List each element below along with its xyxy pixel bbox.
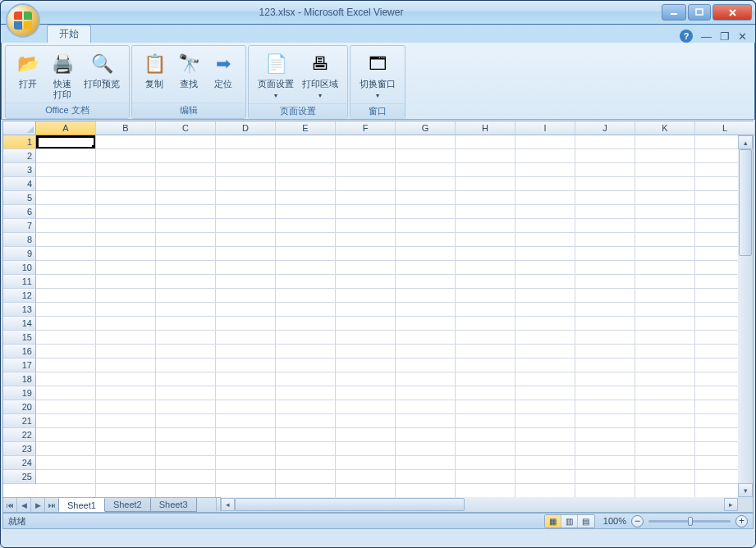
row-header[interactable]: 20	[3, 400, 36, 414]
row-header[interactable]: 15	[3, 331, 36, 345]
column-header[interactable]: L	[695, 121, 755, 135]
row-header[interactable]: 14	[3, 317, 36, 331]
zoom-percentage[interactable]: 100%	[603, 516, 626, 526]
page-break-view-button[interactable]: ▤	[578, 515, 594, 527]
column-header[interactable]: I	[515, 121, 575, 135]
page-setup-button[interactable]: 📄 页面设置▾	[254, 48, 298, 103]
row-header[interactable]: 24	[3, 456, 36, 470]
zoom-in-button[interactable]: +	[735, 515, 748, 527]
row-header[interactable]: 11	[3, 275, 36, 289]
zoom-slider-thumb[interactable]	[688, 517, 693, 526]
row-header[interactable]: 9	[3, 247, 36, 261]
scroll-down-button[interactable]: ▾	[738, 483, 753, 497]
binoculars-icon: 🔭	[176, 51, 202, 77]
horizontal-scrollbar[interactable]: ◂ ▸	[221, 497, 738, 512]
row-header[interactable]: 10	[3, 261, 36, 275]
arrow-right-icon: ➡	[210, 51, 236, 77]
ribbon-group-label: 窗口	[351, 103, 405, 119]
normal-view-button[interactable]: ▦	[545, 515, 561, 527]
find-button[interactable]: 🔭 查找	[172, 48, 206, 103]
row-header[interactable]: 2	[3, 149, 36, 163]
inner-restore-button[interactable]: ❐	[720, 30, 730, 43]
magnifier-page-icon: 🔍	[89, 51, 115, 77]
cells-area[interactable]	[36, 135, 738, 497]
switch-windows-icon: 🗔	[364, 51, 391, 77]
last-sheet-button[interactable]: ⏭	[45, 498, 59, 512]
print-preview-button[interactable]: 🔍 打印预览	[80, 48, 124, 103]
sheet-tab-2[interactable]: Sheet2	[104, 498, 151, 512]
row-header[interactable]: 22	[3, 428, 36, 442]
row-header[interactable]: 12	[3, 289, 36, 303]
maximize-button[interactable]	[688, 4, 711, 21]
quick-print-button[interactable]: 🖨️ 快速 打印	[45, 48, 80, 103]
ribbon-minimize-button[interactable]: —	[701, 30, 712, 43]
close-button[interactable]	[712, 4, 752, 21]
zoom-out-button[interactable]: −	[631, 515, 644, 527]
inner-close-button[interactable]: ✕	[738, 30, 747, 43]
column-header[interactable]: B	[96, 121, 156, 135]
print-area-button[interactable]: 🖶 打印区域▾	[298, 48, 342, 103]
row-header[interactable]: 19	[3, 386, 36, 400]
row-header[interactable]: 25	[3, 470, 36, 484]
row-header[interactable]: 18	[3, 372, 36, 386]
sheet-tab-1[interactable]: Sheet1	[58, 498, 105, 512]
chevron-down-icon: ▾	[274, 92, 277, 99]
column-header[interactable]: C	[156, 121, 216, 135]
sheet-tab-3[interactable]: Sheet3	[150, 498, 197, 512]
zoom-slider[interactable]	[648, 520, 731, 523]
column-header[interactable]: A	[36, 121, 96, 135]
horizontal-scroll-thumb[interactable]	[235, 498, 465, 511]
row-header[interactable]: 21	[3, 414, 36, 428]
row-headers: 1 2 3 4 5 6 7 8 9 10 11 12 13 14 15 16 1…	[3, 135, 36, 497]
ribbon-group-edit: 📋 复制 🔭 查找 ➡ 定位 编辑	[131, 45, 246, 119]
column-header[interactable]: H	[456, 121, 515, 135]
worksheet-grid: A B C D E F G H I J K L 1 2 3 4 5 6 7 8 …	[2, 121, 754, 513]
page-setup-icon: 📄	[263, 51, 289, 77]
prev-sheet-button[interactable]: ◀	[17, 498, 31, 512]
row-header[interactable]: 16	[3, 345, 36, 358]
copy-button[interactable]: 📋 复制	[137, 48, 172, 103]
column-header[interactable]: E	[276, 121, 336, 135]
office-button[interactable]	[6, 3, 40, 38]
row-header[interactable]: 17	[3, 358, 36, 372]
print-area-icon: 🖶	[307, 51, 333, 77]
select-all-corner[interactable]	[3, 121, 36, 135]
row-header[interactable]: 8	[3, 233, 36, 247]
page-layout-icon: ▥	[566, 517, 573, 526]
column-header[interactable]: D	[216, 121, 276, 135]
column-header[interactable]: K	[635, 121, 695, 135]
ribbon: 📂 打开 🖨️ 快速 打印 🔍 打印预览 Office 文档 📋 复制 🔭 查找	[1, 43, 755, 120]
tab-start[interactable]: 开始	[47, 25, 91, 43]
folder-open-icon: 📂	[15, 51, 41, 77]
row-header[interactable]: 5	[3, 191, 36, 205]
goto-button[interactable]: ➡ 定位	[206, 48, 241, 103]
help-icon[interactable]: ?	[680, 30, 693, 43]
minimize-button[interactable]	[662, 4, 686, 21]
open-button[interactable]: 📂 打开	[11, 48, 45, 103]
vertical-scrollbar[interactable]: ▴ ▾	[738, 135, 753, 497]
scroll-right-button[interactable]: ▸	[724, 498, 738, 511]
vertical-scroll-thumb[interactable]	[739, 149, 752, 256]
row-header[interactable]: 3	[3, 163, 36, 177]
scroll-up-button[interactable]: ▴	[738, 135, 753, 149]
row-header[interactable]: 4	[3, 177, 36, 191]
switch-window-button[interactable]: 🗔 切换窗口▾	[355, 48, 400, 103]
row-header[interactable]: 23	[3, 442, 36, 456]
column-header[interactable]: G	[396, 121, 456, 135]
row-header[interactable]: 13	[3, 303, 36, 317]
row-header[interactable]: 7	[3, 219, 36, 233]
scroll-left-button[interactable]: ◂	[221, 498, 235, 511]
window-controls	[662, 4, 752, 21]
first-sheet-button[interactable]: ⏮	[3, 498, 17, 512]
column-headers: A B C D E F G H I J K L	[36, 121, 738, 135]
page-layout-view-button[interactable]: ▥	[561, 515, 578, 527]
ribbon-group-window: 🗔 切换窗口▾ 窗口	[350, 45, 405, 119]
next-sheet-button[interactable]: ▶	[31, 498, 45, 512]
copy-icon: 📋	[141, 51, 167, 77]
column-header[interactable]: F	[336, 121, 396, 135]
view-mode-buttons: ▦ ▥ ▤	[544, 514, 595, 528]
chevron-down-icon: ▾	[318, 92, 322, 99]
row-header[interactable]: 1	[3, 135, 36, 149]
row-header[interactable]: 6	[3, 205, 36, 219]
column-header[interactable]: J	[575, 121, 635, 135]
